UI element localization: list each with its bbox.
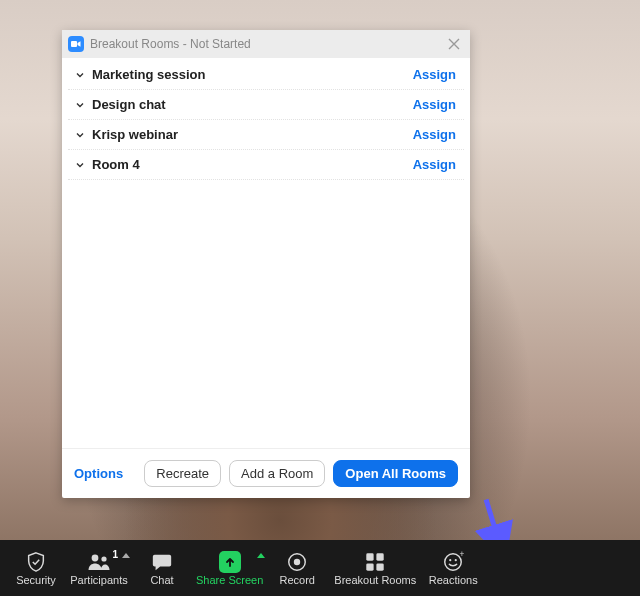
toolbar-label: Participants (70, 575, 127, 586)
svg-rect-0 (71, 41, 77, 47)
svg-rect-8 (367, 563, 374, 570)
recreate-button[interactable]: Recreate (144, 460, 221, 487)
share-screen-icon (219, 551, 241, 573)
toolbar-label: Share Screen (196, 575, 263, 586)
options-link[interactable]: Options (74, 466, 123, 481)
breakout-rooms-dialog: Breakout Rooms - Not Started Marketing s… (62, 30, 470, 498)
svg-point-11 (449, 559, 451, 561)
rooms-list: Marketing sessionAssignDesign chatAssign… (62, 58, 470, 448)
dialog-title: Breakout Rooms - Not Started (90, 37, 251, 51)
meeting-toolbar: Security 1 Participants Chat Share Scree… (0, 540, 640, 596)
add-room-button[interactable]: Add a Room (229, 460, 325, 487)
toolbar-breakout-rooms[interactable]: Breakout Rooms (327, 547, 423, 590)
room-row[interactable]: Marketing sessionAssign (68, 60, 464, 90)
toolbar-chat[interactable]: Chat (132, 547, 192, 590)
room-row[interactable]: Krisp webinarAssign (68, 120, 464, 150)
room-name: Krisp webinar (92, 127, 413, 142)
svg-point-3 (101, 556, 106, 561)
toolbar-reactions[interactable]: + Reactions (423, 547, 483, 590)
dialog-footer: Options Recreate Add a Room Open All Roo… (62, 448, 470, 498)
reactions-icon: + (442, 551, 464, 573)
toolbar-label: Chat (150, 575, 173, 586)
toolbar-share-screen[interactable]: Share Screen (192, 547, 267, 590)
chat-icon (151, 551, 173, 573)
toolbar-record[interactable]: Record (267, 547, 327, 590)
svg-text:+: + (460, 551, 465, 559)
toolbar-label: Reactions (429, 575, 478, 586)
room-row[interactable]: Design chatAssign (68, 90, 464, 120)
chevron-up-icon[interactable] (257, 553, 265, 558)
toolbar-label: Record (280, 575, 315, 586)
room-row[interactable]: Room 4Assign (68, 150, 464, 180)
participants-count: 1 (112, 549, 118, 560)
svg-rect-6 (367, 553, 374, 560)
toolbar-participants[interactable]: 1 Participants (66, 547, 132, 590)
toolbar-security[interactable]: Security (6, 547, 66, 590)
room-name: Marketing session (92, 67, 413, 82)
chevron-down-icon[interactable] (76, 161, 84, 169)
toolbar-label: Breakout Rooms (334, 575, 416, 586)
zoom-icon (68, 36, 84, 52)
room-name: Room 4 (92, 157, 413, 172)
shield-icon (25, 551, 47, 573)
assign-link[interactable]: Assign (413, 97, 456, 112)
breakout-rooms-icon (364, 551, 386, 573)
open-all-rooms-button[interactable]: Open All Rooms (333, 460, 458, 487)
svg-point-5 (294, 558, 300, 564)
chevron-down-icon[interactable] (76, 71, 84, 79)
record-icon (286, 551, 308, 573)
svg-rect-7 (377, 553, 384, 560)
svg-point-2 (92, 554, 99, 561)
room-name: Design chat (92, 97, 413, 112)
chevron-down-icon[interactable] (76, 131, 84, 139)
chevron-down-icon[interactable] (76, 101, 84, 109)
assign-link[interactable]: Assign (413, 157, 456, 172)
svg-rect-9 (377, 563, 384, 570)
svg-point-12 (455, 559, 457, 561)
toolbar-label: Security (16, 575, 56, 586)
chevron-up-icon[interactable] (122, 553, 130, 558)
assign-link[interactable]: Assign (413, 127, 456, 142)
assign-link[interactable]: Assign (413, 67, 456, 82)
participants-icon (86, 551, 112, 573)
dialog-titlebar: Breakout Rooms - Not Started (62, 30, 470, 58)
close-icon[interactable] (446, 36, 462, 52)
